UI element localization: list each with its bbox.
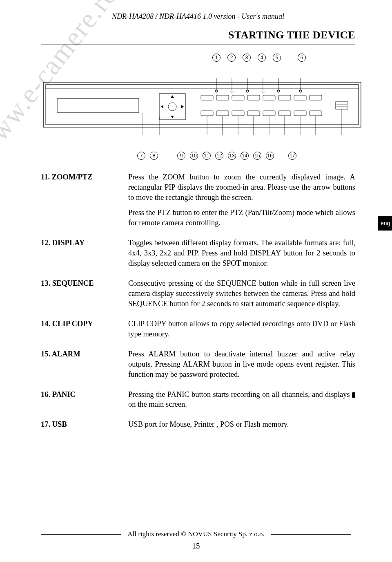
device-diagram: 1 2 3 4 5 6 [41,54,363,160]
svg-rect-14 [232,95,244,100]
footer-rule [41,534,121,535]
item-label: 11. ZOOM/PTZ [41,172,128,233]
svg-rect-20 [201,111,213,116]
svg-rect-3 [57,99,139,112]
callout-5: 5 [273,54,281,62]
definitions: 11. ZOOM/PTZ Press the ZOOM button to zo… [41,172,355,434]
callout-1: 1 [212,54,220,62]
item-label: 15. ALARM [41,349,128,385]
rule [41,44,355,45]
callout-9: 9 [177,152,185,160]
item-display: 12. DISPLAY Toggles between different di… [41,238,355,273]
item-label: 12. DISPLAY [41,238,128,273]
item-desc: Pressing the PANIC button starts recordi… [128,390,355,415]
svg-rect-25 [278,111,291,116]
doc-header: NDR-HA4208 / NDR-HA4416 1.0 version - Us… [41,12,355,21]
item-desc: Press ALARM button to deactivate interna… [128,349,355,385]
svg-rect-27 [310,111,322,116]
svg-rect-23 [247,111,260,116]
callout-3: 3 [243,54,251,62]
svg-rect-19 [310,95,322,100]
callout-13: 13 [228,152,236,160]
callout-16: 16 [266,152,274,160]
callout-8: 8 [150,152,158,160]
item-usb: 17. USB USB port for Mouse, Printer , PO… [41,419,355,434]
svg-rect-22 [232,111,244,116]
item-panic: 16. PANIC Pressing the PANIC button star… [41,390,355,415]
svg-rect-2 [46,85,359,89]
copyright: All rights reserved © NOVUS Security Sp.… [127,530,264,538]
callouts-top: 1 2 3 4 5 6 [212,54,306,62]
svg-point-5 [168,103,176,111]
callout-14: 14 [241,152,249,160]
item-desc: Consecutive pressing of the SEQUENCE but… [128,278,355,314]
section-title: STARTING THE DEVICE [41,29,355,41]
item-zoom-ptz: 11. ZOOM/PTZ Press the ZOOM button to zo… [41,172,355,233]
footer: All rights reserved © NOVUS Security Sp.… [0,530,392,551]
device-front-svg [41,70,363,143]
svg-rect-28 [336,102,348,109]
callout-11: 11 [203,152,211,160]
callouts-bottom: 7 8 9 10 11 12 13 14 15 16 17 [137,152,296,160]
svg-rect-17 [278,95,291,100]
item-label: 17. USB [41,419,128,434]
item-desc: Toggles between different display format… [128,238,355,273]
svg-rect-12 [201,95,213,100]
svg-rect-15 [247,95,260,100]
footer-rule [271,534,351,535]
page-number: 15 [0,542,392,551]
item-desc: Press the ZOOM button to zoom the curren… [128,172,355,233]
callout-7: 7 [137,152,145,160]
svg-rect-24 [263,111,275,116]
item-alarm: 15. ALARM Press ALARM button to deactiva… [41,349,355,385]
callout-4: 4 [258,54,266,62]
svg-rect-13 [216,95,229,100]
svg-rect-16 [263,95,275,100]
callout-15: 15 [253,152,261,160]
svg-rect-18 [294,95,306,100]
item-label: 14. CLIP COPY [41,319,128,344]
language-tab: eng [378,216,392,231]
item-sequence: 13. SEQUENCE Consecutive pressing of the… [41,278,355,314]
svg-rect-21 [216,111,229,116]
item-clip-copy: 14. CLIP COPY CLIP COPY button allows to… [41,319,355,344]
item-desc: USB port for Mouse, Printer , POS or Fla… [128,419,355,434]
svg-rect-26 [294,111,306,116]
callout-12: 12 [215,152,223,160]
item-label: 16. PANIC [41,390,128,415]
callout-6: 6 [298,54,306,62]
callout-10: 10 [190,152,198,160]
item-label: 13. SEQUENCE [41,278,128,314]
item-desc: CLIP COPY button allows to copy selected… [128,319,355,344]
callout-2: 2 [227,54,236,62]
callout-17: 17 [288,152,296,160]
